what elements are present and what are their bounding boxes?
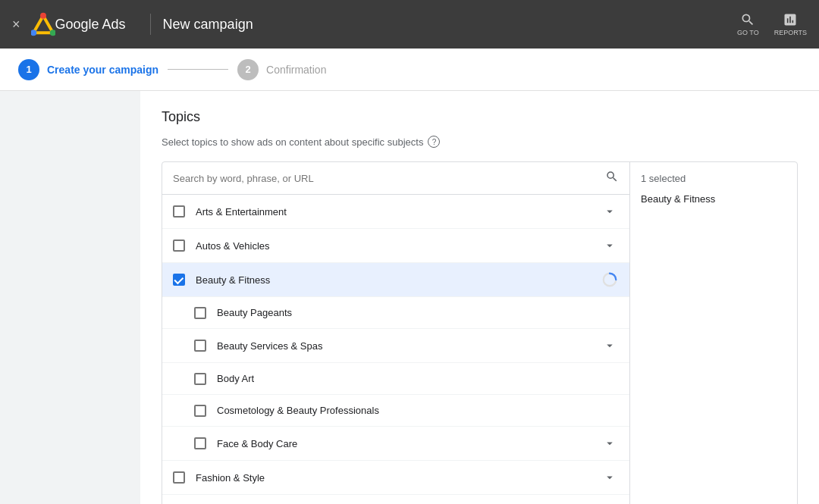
topic-item-beauty-services[interactable]: Beauty Services & Spas	[162, 329, 629, 363]
reports-label: REPORTS	[774, 29, 807, 36]
expand-arts[interactable]	[601, 202, 619, 221]
search-icon[interactable]	[605, 170, 619, 186]
step-2-label: Confirmation	[266, 64, 326, 76]
label-cosmetology: Cosmetology & Beauty Professionals	[217, 405, 619, 416]
step-1-label: Create your campaign	[47, 64, 158, 76]
selected-panel: 1 selected Beauty & Fitness	[630, 162, 797, 504]
label-arts: Arts & Entertainment	[196, 206, 601, 218]
topic-item-face-body[interactable]: Face & Body Care	[162, 427, 629, 461]
expand-autos[interactable]	[601, 236, 619, 255]
brand-name: Google Ads	[55, 17, 126, 33]
checkbox-autos[interactable]	[173, 239, 185, 252]
label-body-art: Body Art	[217, 373, 619, 384]
reports-button[interactable]: REPORTS	[774, 12, 807, 36]
google-ads-logo	[31, 12, 55, 36]
topbar-divider	[150, 14, 151, 35]
checkbox-body-art[interactable]	[194, 373, 206, 385]
checkbox-cosmetology[interactable]	[194, 405, 206, 417]
topbar-actions: GO TO REPORTS	[737, 12, 807, 36]
label-beauty-services: Beauty Services & Spas	[217, 340, 601, 352]
expand-beauty-services[interactable]	[601, 337, 619, 355]
topic-item-cosmetology[interactable]: Cosmetology & Beauty Professionals	[162, 395, 629, 427]
topic-item-beauty[interactable]: Beauty & Fitness	[162, 263, 629, 297]
svg-point-3	[40, 13, 46, 19]
expand-beauty[interactable]	[601, 271, 619, 289]
label-face-body: Face & Body Care	[217, 438, 601, 449]
topic-item-arts[interactable]: Arts & Entertainment	[162, 195, 629, 229]
left-sidebar	[0, 91, 140, 504]
step-connector	[168, 69, 228, 70]
checkbox-fashion[interactable]	[173, 471, 185, 484]
topic-item-body-art[interactable]: Body Art	[162, 363, 629, 395]
search-input[interactable]	[173, 173, 599, 184]
help-icon[interactable]: ?	[428, 136, 440, 148]
checkbox-beauty-services[interactable]	[194, 340, 206, 352]
checkbox-face-body[interactable]	[194, 437, 206, 449]
label-beauty: Beauty & Fitness	[196, 274, 601, 286]
topic-item-autos[interactable]: Autos & Vehicles	[162, 229, 629, 263]
topic-item-beauty-pageants[interactable]: Beauty Pageants	[162, 297, 629, 329]
search-bar	[162, 162, 629, 195]
topbar: × Google Ads New campaign GO TO REPORTS	[0, 0, 819, 49]
expand-fashion[interactable]	[601, 468, 619, 487]
section-subtitle: Select topics to show ads on content abo…	[162, 136, 798, 148]
topic-item-fitness[interactable]: Fitness	[162, 495, 629, 504]
topic-item-fashion[interactable]: Fashion & Style	[162, 461, 629, 495]
topics-panel: Arts & Entertainment Autos & Vehicles	[162, 161, 798, 504]
main-content: Topics Select topics to show ads on cont…	[0, 91, 819, 504]
step-1: 1 Create your campaign	[18, 59, 158, 80]
content-area: Topics Select topics to show ads on cont…	[140, 91, 819, 504]
selected-item-beauty: Beauty & Fitness	[641, 193, 786, 205]
goto-button[interactable]: GO TO	[737, 12, 759, 36]
goto-label: GO TO	[737, 29, 759, 36]
selected-count: 1 selected	[641, 173, 786, 184]
label-fashion: Fashion & Style	[196, 472, 601, 484]
step-2-circle: 2	[237, 59, 259, 80]
step-1-circle: 1	[18, 59, 39, 80]
checkbox-beauty[interactable]	[173, 274, 185, 286]
subtitle-text: Select topics to show ads on content abo…	[162, 136, 423, 148]
topics-list: Arts & Entertainment Autos & Vehicles	[162, 162, 630, 504]
expand-face-body[interactable]	[601, 434, 619, 452]
section-title: Topics	[162, 109, 798, 125]
page-title: New campaign	[163, 17, 737, 33]
label-beauty-pageants: Beauty Pageants	[217, 307, 619, 318]
checkbox-beauty-pageants[interactable]	[194, 307, 206, 319]
checkbox-arts[interactable]	[173, 205, 185, 218]
label-autos: Autos & Vehicles	[196, 240, 601, 252]
step-2: 2 Confirmation	[237, 59, 326, 80]
close-button[interactable]: ×	[12, 17, 20, 33]
stepper-bar: 1 Create your campaign 2 Confirmation	[0, 49, 819, 91]
